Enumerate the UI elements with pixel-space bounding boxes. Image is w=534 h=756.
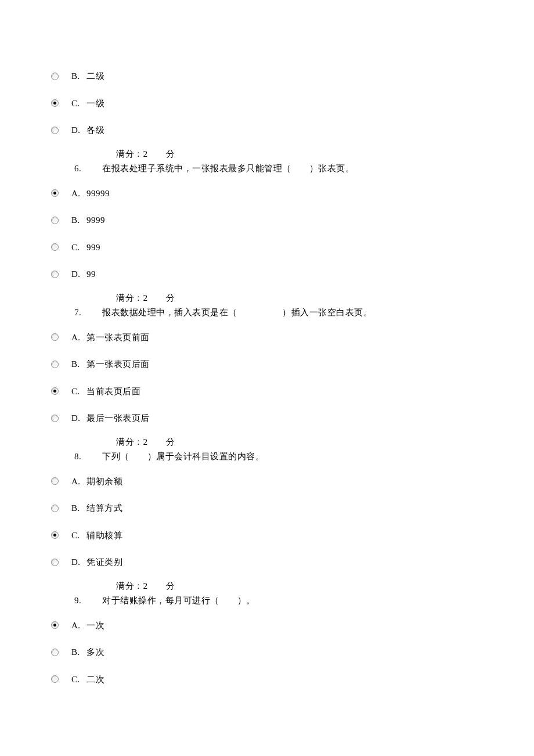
- option-c[interactable]: C.二次: [51, 673, 482, 686]
- radio-icon[interactable]: [51, 271, 59, 278]
- radio-icon[interactable]: [51, 217, 59, 224]
- radio-icon[interactable]: [51, 477, 59, 485]
- option-text: A.期初余额: [71, 475, 122, 488]
- option-b[interactable]: B.第一张表页后面: [51, 358, 482, 371]
- option-c[interactable]: C.999: [51, 241, 482, 254]
- score-label: 满分：2 分: [116, 435, 482, 449]
- option-d[interactable]: D.最后一张表页后: [51, 412, 482, 425]
- radio-icon[interactable]: [51, 559, 59, 566]
- option-text: D.凭证类别: [71, 556, 122, 569]
- radio-icon[interactable]: [51, 505, 59, 512]
- question-9: 9. 对于结账操作，每月可进行（ ）。: [74, 594, 482, 607]
- option-c[interactable]: C.一级: [51, 97, 482, 110]
- radio-icon[interactable]: [51, 387, 59, 395]
- option-text: C.辅助核算: [71, 529, 122, 542]
- option-text: D.各级: [71, 124, 104, 137]
- radio-icon[interactable]: [51, 649, 59, 656]
- option-text: C.二次: [71, 673, 104, 686]
- question-6: 6. 在报表处理子系统中，一张报表最多只能管理（ ）张表页。: [74, 162, 482, 175]
- radio-icon[interactable]: [51, 333, 59, 341]
- radio-icon[interactable]: [51, 415, 59, 422]
- option-text: D.最后一张表页后: [71, 412, 150, 425]
- option-text: B.9999: [71, 214, 105, 227]
- option-text: C.999: [71, 241, 100, 254]
- radio-icon[interactable]: [51, 189, 59, 197]
- option-text: C.当前表页后面: [71, 385, 140, 398]
- option-a[interactable]: A.期初余额: [51, 475, 482, 488]
- option-d[interactable]: D.各级: [51, 124, 482, 137]
- option-text: C.一级: [71, 97, 104, 110]
- option-text: B.第一张表页后面: [71, 358, 150, 371]
- option-text: A.99999: [71, 187, 110, 200]
- radio-icon[interactable]: [51, 73, 59, 80]
- radio-icon[interactable]: [51, 361, 59, 368]
- radio-icon[interactable]: [51, 127, 59, 134]
- score-label: 满分：2 分: [116, 579, 482, 593]
- radio-icon[interactable]: [51, 675, 59, 683]
- option-text: B.多次: [71, 646, 104, 659]
- option-text: B.结算方式: [71, 502, 122, 515]
- option-b[interactable]: B.结算方式: [51, 502, 482, 515]
- question-8: 8. 下列（ ）属于会计科目设置的内容。: [74, 450, 482, 463]
- score-label: 满分：2 分: [116, 147, 482, 161]
- option-a[interactable]: A.一次: [51, 619, 482, 632]
- option-text: D.99: [71, 268, 96, 281]
- radio-icon[interactable]: [51, 243, 59, 251]
- score-label: 满分：2 分: [116, 291, 482, 305]
- option-text: B.二级: [71, 70, 104, 83]
- option-c[interactable]: C.辅助核算: [51, 529, 482, 542]
- option-a[interactable]: A.99999: [51, 187, 482, 200]
- radio-icon[interactable]: [51, 621, 59, 629]
- radio-icon[interactable]: [51, 531, 59, 539]
- option-a[interactable]: A.第一张表页前面: [51, 331, 482, 344]
- option-b[interactable]: B.二级: [51, 70, 482, 83]
- option-d[interactable]: D.99: [51, 268, 482, 281]
- option-text: A.第一张表页前面: [71, 331, 150, 344]
- option-d[interactable]: D.凭证类别: [51, 556, 482, 569]
- option-text: A.一次: [71, 619, 104, 632]
- question-7: 7. 报表数据处理中，插入表页是在（ ）插入一张空白表页。: [74, 306, 482, 319]
- radio-icon[interactable]: [51, 99, 59, 107]
- option-b[interactable]: B.9999: [51, 214, 482, 227]
- option-c[interactable]: C.当前表页后面: [51, 385, 482, 398]
- option-b[interactable]: B.多次: [51, 646, 482, 659]
